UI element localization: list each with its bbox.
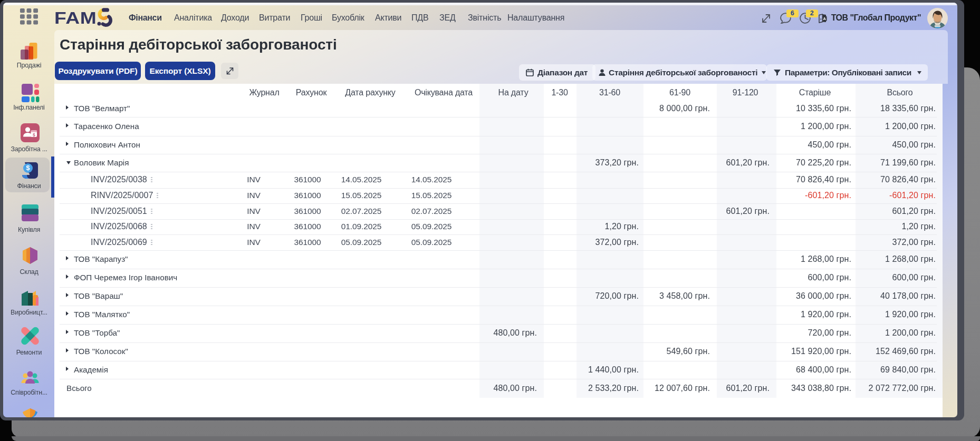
svg-text:A: A xyxy=(823,16,826,21)
svg-text:я: я xyxy=(820,17,821,21)
svg-text:$: $ xyxy=(33,132,35,138)
svg-text:$: $ xyxy=(26,164,30,172)
